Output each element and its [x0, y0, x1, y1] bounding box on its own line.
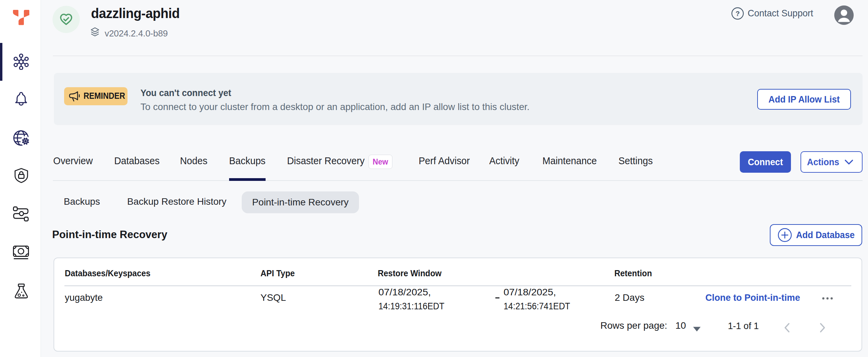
svg-text:?: ?: [735, 10, 739, 17]
